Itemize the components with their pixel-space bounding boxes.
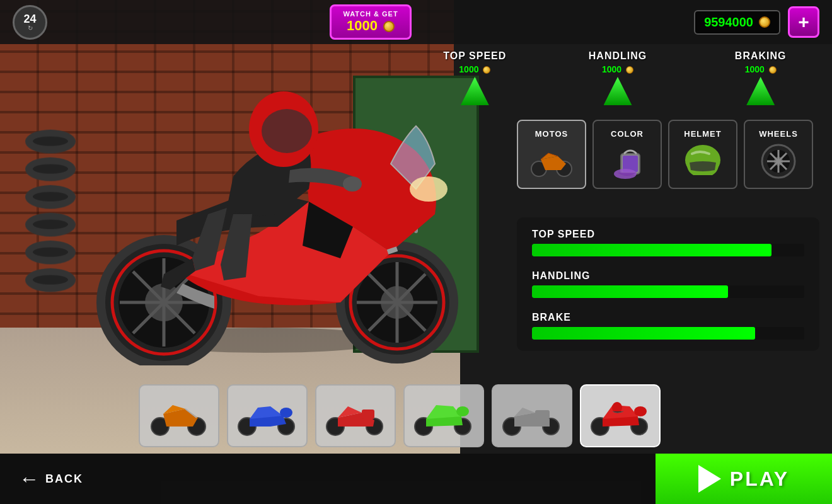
svg-point-22 — [343, 176, 362, 192]
upgrade-braking-button[interactable] — [746, 77, 775, 105]
coin-icon-main — [759, 16, 770, 28]
stat-handling-bar-bg — [532, 285, 804, 298]
svg-point-17 — [410, 176, 448, 202]
moto-card-2[interactable] — [227, 384, 308, 447]
tab-helmet-img — [681, 142, 725, 180]
refresh-icon: ↻ — [28, 25, 33, 32]
svg-point-53 — [634, 406, 647, 416]
bottom-bar: ← BACK PLAY — [0, 454, 832, 504]
add-currency-button[interactable]: + — [788, 6, 819, 38]
stat-top-speed-label: TOP SPEED — [532, 229, 804, 240]
moto-card-1[interactable] — [139, 384, 219, 447]
timer-value: 24 — [23, 13, 36, 25]
watch-get-label: WATCH & GET — [343, 10, 398, 18]
upgrade-braking-cost: 1000 — [695, 64, 826, 74]
header-bar: 24 ↻ WATCH & GET 1000 9594000 + — [0, 0, 832, 44]
stat-handling-label: HANDLING — [532, 270, 804, 282]
coin-icon-watch — [383, 21, 395, 32]
tab-helmet-label: HELMET — [684, 129, 721, 139]
moto-card-6[interactable] — [580, 384, 661, 447]
upgrade-handling-cost: 1000 — [553, 64, 683, 74]
svg-rect-50 — [535, 410, 550, 419]
stat-brake-bar-bg — [532, 327, 804, 340]
upgrade-top-speed-label: TOP SPEED — [410, 50, 540, 62]
stat-top-speed: TOP SPEED — [532, 229, 804, 256]
tab-color[interactable]: COLOR — [592, 120, 662, 189]
upgrade-top-speed-button[interactable] — [461, 77, 489, 105]
upgrade-handling-button[interactable] — [604, 77, 632, 105]
tab-wheels[interactable]: WHEELS — [744, 120, 813, 189]
moto-card-4[interactable] — [403, 384, 484, 447]
main-motorcycle-display — [38, 63, 492, 365]
back-arrow-icon: ← — [19, 467, 39, 491]
back-button[interactable]: ← BACK — [0, 467, 102, 491]
custom-tabs: MOTOS COLOR HELM — [517, 120, 813, 189]
tab-motos[interactable]: MOTOS — [517, 120, 586, 189]
moto-card-3[interactable] — [315, 384, 396, 447]
play-label: PLAY — [730, 467, 789, 491]
tab-motos-img — [529, 142, 574, 180]
svg-point-47 — [456, 406, 469, 416]
tab-wheels-img — [756, 142, 800, 180]
stat-handling: HANDLING — [532, 270, 804, 298]
stat-brake-bar-fill — [532, 327, 755, 340]
stat-brake: BRAKE — [532, 312, 804, 340]
tab-helmet[interactable]: HELMET — [668, 120, 737, 189]
motorcycle-selector — [139, 384, 661, 447]
upgrade-top-speed-cost: 1000 — [410, 64, 540, 74]
upgrade-handling-label: HANDLING — [553, 50, 683, 62]
header-right: 9594000 + — [694, 6, 819, 38]
upgrade-braking-label: BRAKING — [695, 50, 826, 62]
currency-amount: 9594000 — [704, 15, 753, 30]
svg-rect-44 — [362, 410, 374, 419]
stat-top-speed-bar-bg — [532, 244, 804, 256]
watch-get-amount: 1000 — [343, 18, 398, 34]
tab-wheels-label: WHEELS — [759, 129, 798, 139]
svg-line-18 — [388, 249, 397, 252]
play-icon — [698, 465, 721, 493]
upgrade-section: TOP SPEED 1000 HANDLING 1000 BRAKING 100… — [410, 50, 826, 105]
upgrade-top-speed: TOP SPEED 1000 — [410, 50, 540, 105]
header-center: WATCH & GET 1000 — [330, 4, 411, 40]
back-label: BACK — [45, 472, 83, 486]
stat-handling-bar-fill — [532, 285, 728, 298]
timer-icon: 24 ↻ — [13, 5, 47, 40]
stat-top-speed-bar-fill — [532, 244, 771, 256]
stats-panel: TOP SPEED HANDLING BRAKE — [517, 217, 819, 351]
upgrade-braking: BRAKING 1000 — [695, 50, 826, 105]
currency-display: 9594000 — [694, 10, 780, 35]
tab-color-img — [605, 142, 649, 180]
moto-card-5[interactable] — [492, 384, 572, 447]
svg-point-41 — [280, 408, 292, 418]
svg-point-21 — [262, 109, 312, 153]
tab-color-label: COLOR — [611, 129, 644, 139]
tab-motos-label: MOTOS — [535, 129, 568, 139]
upgrade-handling: HANDLING 1000 — [553, 50, 683, 105]
stat-brake-label: BRAKE — [532, 312, 804, 323]
watch-get-button[interactable]: WATCH & GET 1000 — [330, 4, 411, 40]
play-button[interactable]: PLAY — [656, 454, 832, 504]
